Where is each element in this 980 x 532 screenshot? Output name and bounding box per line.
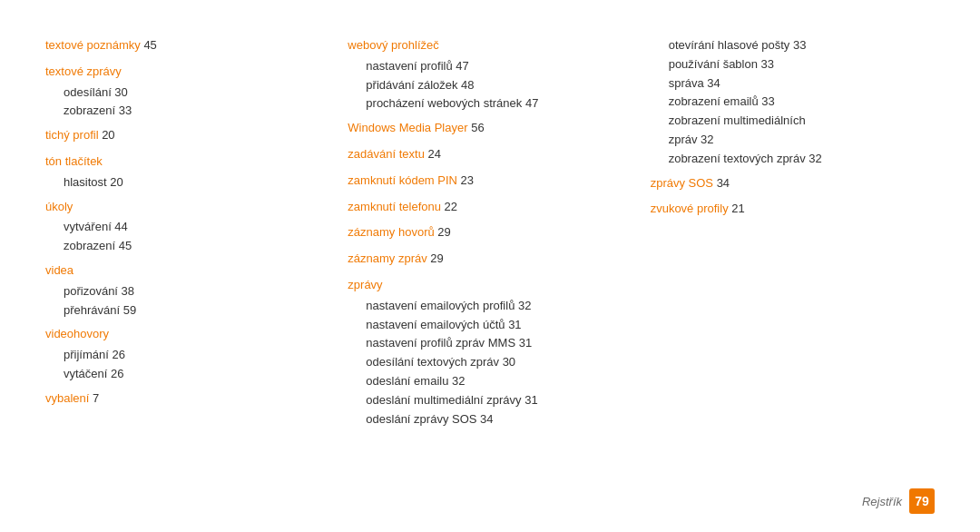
index-sub-entry: přehrávání 59 <box>45 301 329 320</box>
index-sub-entry: zobrazení textových zpráv 32 <box>651 150 935 169</box>
index-sub-entry-long: zobrazení multimediálníchzpráv 32 <box>651 112 935 150</box>
heading-text: textové zprávy <box>45 64 122 78</box>
heading-text: zprávy <box>348 278 382 291</box>
index-heading: videa <box>45 261 329 281</box>
index-heading: tón tlačítek <box>45 153 329 172</box>
heading-text: webový prohlížeč <box>348 38 438 52</box>
index-sub-entry: odesílání 30 <box>45 84 329 103</box>
footer-label: Rejstřík <box>862 495 902 508</box>
index-sub-entry: přijímání 26 <box>45 346 329 365</box>
heading-text: záznamy hovorů <box>348 225 434 239</box>
heading-text: záznamy zpráv <box>348 251 426 265</box>
index-sub-entry: zobrazení 45 <box>45 237 329 256</box>
heading-text: textové poznámky <box>45 38 141 52</box>
heading-text: zamknutí telefonu <box>348 200 441 213</box>
index-heading: úkoly <box>45 198 329 217</box>
heading-text: Windows Media Player <box>348 121 467 134</box>
footer: Rejstřík 79 <box>862 488 935 514</box>
index-sub-entry: nastavení emailových účtů 31 <box>348 316 632 335</box>
heading-number: 34 <box>713 176 730 190</box>
heading-text: zamknutí kódem PIN <box>348 173 457 187</box>
footer-page: 79 <box>909 488 935 514</box>
page: textové poznámky 45textové zprávyodesílá… <box>0 0 980 532</box>
heading-number: 22 <box>441 200 457 213</box>
heading-number: 23 <box>457 173 474 187</box>
index-heading: vybalení 7 <box>45 389 329 409</box>
index-sub-entry: zobrazení 33 <box>45 102 329 121</box>
index-sub-entry: vytváření 44 <box>45 218 329 237</box>
heading-number: 56 <box>468 121 485 134</box>
index-heading: textové zprávy <box>45 63 329 82</box>
index-sub-entry: nastavení profilů 47 <box>348 57 632 76</box>
index-sub-entry: nastavení emailových profilů 32 <box>348 297 632 316</box>
index-sub-entry: správa 34 <box>651 74 935 94</box>
index-heading: textové poznámky 45 <box>45 36 329 55</box>
heading-number: 29 <box>427 251 444 265</box>
index-sub-entry: používání šablon 33 <box>651 55 935 74</box>
index-sub-entry: pořizování 38 <box>45 282 329 301</box>
index-heading: záznamy hovorů 29 <box>348 223 632 242</box>
index-sub-entry: přidávání záložek 48 <box>348 76 632 95</box>
heading-text: tón tlačítek <box>45 154 103 168</box>
index-heading: Windows Media Player 56 <box>348 119 632 138</box>
heading-text: úkoly <box>45 200 73 213</box>
heading-text: zadávání textu <box>348 147 425 161</box>
heading-text: videohovory <box>45 327 109 340</box>
index-heading: záznamy zpráv 29 <box>348 250 632 269</box>
column-3: otevírání hlasové pošty 33používání šabl… <box>651 36 935 496</box>
index-heading: zvukové profily 21 <box>651 200 935 219</box>
index-heading: webový prohlížeč <box>348 36 632 55</box>
index-heading: videohovory <box>45 325 329 344</box>
index-heading: zprávy SOS 34 <box>651 174 935 193</box>
heading-number: 20 <box>99 128 115 142</box>
heading-text: zvukové profily <box>651 202 729 215</box>
index-heading: zadávání textu 24 <box>348 145 632 164</box>
index-sub-entry: procházení webových stránek 47 <box>348 94 632 113</box>
heading-number: 24 <box>425 147 441 161</box>
index-sub-entry: hlasitost 20 <box>45 173 329 192</box>
heading-text: tichý profil <box>45 128 99 142</box>
index-sub-entry: odeslání zprávy SOS 34 <box>348 410 632 429</box>
column-2: webový prohlížečnastavení profilů 47přid… <box>348 36 650 496</box>
heading-number: 45 <box>141 38 157 52</box>
index-sub-entry: odeslání emailu 32 <box>348 372 632 391</box>
index-heading: zamknutí telefonu 22 <box>348 198 632 217</box>
heading-text: zprávy SOS <box>651 176 713 190</box>
index-sub-entry: odesílání textových zpráv 30 <box>348 353 632 372</box>
heading-text: videa <box>45 263 74 277</box>
index-heading: zprávy <box>348 276 632 295</box>
index-heading: zamknutí kódem PIN 23 <box>348 172 632 191</box>
heading-number: 29 <box>435 225 451 239</box>
index-sub-entry: zobrazení emailů 33 <box>651 93 935 112</box>
index-sub-entry: nastavení profilů zpráv MMS 31 <box>348 334 632 353</box>
index-heading: tichý profil 20 <box>45 126 329 145</box>
heading-number: 7 <box>89 391 99 405</box>
index-sub-entry: vytáčení 26 <box>45 365 329 384</box>
heading-number: 21 <box>729 202 745 215</box>
index-sub-entry: odeslání multimediální zprávy 31 <box>348 391 632 410</box>
index-sub-entry: otevírání hlasové pošty 33 <box>651 36 935 55</box>
column-1: textové poznámky 45textové zprávyodesílá… <box>45 36 348 496</box>
heading-text: vybalení <box>45 391 89 405</box>
